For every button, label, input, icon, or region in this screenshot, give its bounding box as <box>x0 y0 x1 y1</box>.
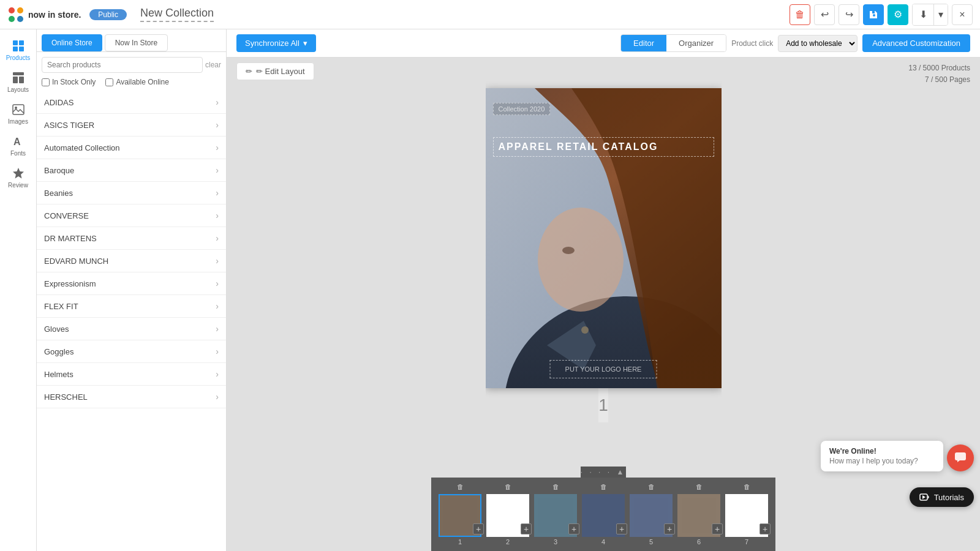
tab-online-store[interactable]: Online Store <box>42 34 102 51</box>
clear-search-button[interactable]: clear <box>205 57 221 73</box>
collection-list-item[interactable]: Beanies› <box>37 182 226 204</box>
delete-page-icon[interactable]: 🗑 <box>744 483 750 493</box>
available-online-filter[interactable]: Available Online <box>105 78 169 86</box>
chevron-right-icon: › <box>216 392 219 402</box>
sidebar-item-review[interactable]: Review <box>2 162 35 192</box>
collection-list-item[interactable]: Gloves› <box>37 318 226 340</box>
available-online-checkbox[interactable] <box>105 78 113 86</box>
collection-list: ADIDAS›ASICS TIGER›Automated Collection›… <box>37 91 226 551</box>
tab-now-in-store[interactable]: Now In Store <box>105 34 168 51</box>
svg-point-1 <box>17 7 23 13</box>
download-dropdown-button[interactable]: ▾ <box>934 4 948 25</box>
delete-page-icon[interactable]: 🗑 <box>600 483 607 493</box>
logo-placeholder[interactable]: PUT YOUR LOGO HERE <box>550 360 657 378</box>
edit-layout-button[interactable]: ✏ ✏ Edit Layout <box>236 62 314 80</box>
public-badge[interactable]: Public <box>89 9 127 20</box>
sidebar-item-fonts[interactable]: A Fonts <box>2 130 35 160</box>
download-group: ⬇ ▾ <box>912 4 948 26</box>
in-stock-checkbox[interactable] <box>42 78 50 86</box>
text-icon: A <box>12 135 25 148</box>
svg-rect-5 <box>19 40 24 45</box>
svg-point-19 <box>581 326 589 334</box>
sidebar-item-products[interactable]: Products <box>2 34 35 65</box>
chevron-right-icon: › <box>216 256 219 266</box>
collection-list-item[interactable]: Baroque› <box>37 159 226 182</box>
filmstrip-page-6: 🗑 + 6 <box>677 483 720 545</box>
delete-page-icon[interactable]: 🗑 <box>505 483 511 493</box>
delete-page-icon[interactable]: 🗑 <box>457 483 464 493</box>
editor-tab[interactable]: Editor <box>621 35 666 51</box>
delete-page-icon[interactable]: 🗑 <box>696 483 703 493</box>
filmstrip-page-3: 🗑 + 3 <box>534 483 577 545</box>
add-page-button[interactable]: + <box>521 523 532 534</box>
main-layout: Products Layouts Images A Fonts <box>0 29 980 551</box>
chevron-right-icon: › <box>216 97 219 107</box>
logo-icon <box>7 6 24 23</box>
chat-icon[interactable] <box>947 444 974 471</box>
editor-right: Editor Organizer Product click Add to wh… <box>620 34 970 52</box>
save-button[interactable] <box>863 4 884 25</box>
editor-organizer-tabs: Editor Organizer <box>620 34 726 52</box>
svg-point-17 <box>538 208 624 312</box>
sidebar-item-images[interactable]: Images <box>2 98 35 129</box>
collection-list-item[interactable]: Automated Collection› <box>37 137 226 159</box>
add-page-button[interactable]: + <box>664 523 675 534</box>
collection-list-item[interactable]: FLEX FIT› <box>37 295 226 318</box>
add-page-button[interactable]: + <box>568 523 579 534</box>
chevron-right-icon: › <box>216 165 219 175</box>
collection-list-item[interactable]: ADIDAS› <box>37 91 226 114</box>
tutorials-button[interactable]: Tutorials <box>910 487 974 507</box>
page-number: 1 <box>598 388 608 422</box>
message-icon <box>954 451 967 465</box>
search-input[interactable] <box>42 57 203 73</box>
page-thumb-number: 1 <box>458 538 462 545</box>
add-page-button[interactable]: + <box>616 523 627 534</box>
sidebar-item-layouts[interactable]: Layouts <box>2 66 35 97</box>
collection-list-item[interactable]: DR MARTENS› <box>37 227 226 250</box>
filmstrip-page-5: 🗑 + 5 <box>630 483 673 545</box>
settings-button[interactable]: ⚙ <box>888 4 908 25</box>
svg-rect-11 <box>13 105 24 114</box>
collection-title[interactable]: New Collection <box>140 7 214 22</box>
page-count: 7 / 500 Pages <box>908 74 970 86</box>
star-icon <box>12 167 25 180</box>
filmstrip-page-4: 🗑 + 4 <box>582 483 625 545</box>
chevron-right-icon: › <box>216 188 219 198</box>
collection-list-item[interactable]: EDVARD MUNCH› <box>37 250 226 272</box>
svg-rect-23 <box>538 498 573 533</box>
delete-page-icon[interactable]: 🗑 <box>552 483 559 493</box>
svg-rect-8 <box>13 72 24 75</box>
collection-list-item[interactable]: CONVERSE› <box>37 204 226 227</box>
add-page-button[interactable]: + <box>760 523 771 534</box>
apparel-title-box[interactable]: APPAREL RETAIL CATALOG <box>493 137 714 157</box>
close-button[interactable]: × <box>952 4 973 25</box>
svg-rect-27 <box>634 498 668 533</box>
collection-year-label[interactable]: Collection 2020 <box>493 103 551 115</box>
svg-marker-14 <box>13 168 24 179</box>
add-page-button[interactable]: + <box>712 523 723 534</box>
organizer-tab[interactable]: Organizer <box>666 35 726 51</box>
undo-button[interactable]: ↩ <box>814 4 835 25</box>
top-bar-right: 🗑 ↩ ↪ ⚙ ⬇ ▾ × <box>790 4 973 26</box>
collection-list-item[interactable]: ASICS TIGER› <box>37 114 226 137</box>
chevron-right-icon: › <box>216 347 219 356</box>
download-button[interactable]: ⬇ <box>913 4 933 25</box>
collection-list-item[interactable]: HERSCHEL› <box>37 386 226 408</box>
collection-list-item[interactable]: Goggles› <box>37 340 226 363</box>
canvas-area: ✏ ✏ Edit Layout 13 / 5000 Products 7 / 5… <box>227 58 980 551</box>
synchronize-all-button[interactable]: Synchronize All ▾ <box>236 34 316 52</box>
collection-list-item[interactable]: Expressionism› <box>37 272 226 295</box>
collection-list-item[interactable]: Helmets› <box>37 363 226 386</box>
advanced-customization-button[interactable]: Advanced Customization <box>862 34 970 52</box>
delete-page-icon[interactable]: 🗑 <box>648 483 655 493</box>
redo-button[interactable]: ↪ <box>839 4 859 25</box>
chevron-right-icon: › <box>216 120 219 130</box>
apparel-title: APPAREL RETAIL CATALOG <box>499 141 658 152</box>
collapse-bar[interactable]: · · · · ▲ <box>581 467 627 478</box>
svg-rect-29 <box>682 498 716 533</box>
chat-widget: We're Online! How may I help you today? <box>821 441 943 471</box>
delete-button[interactable]: 🗑 <box>790 4 810 25</box>
add-page-button[interactable]: + <box>473 523 484 534</box>
in-stock-filter[interactable]: In Stock Only <box>42 78 96 86</box>
product-click-select[interactable]: Add to wholesale View product Open link <box>778 35 858 52</box>
